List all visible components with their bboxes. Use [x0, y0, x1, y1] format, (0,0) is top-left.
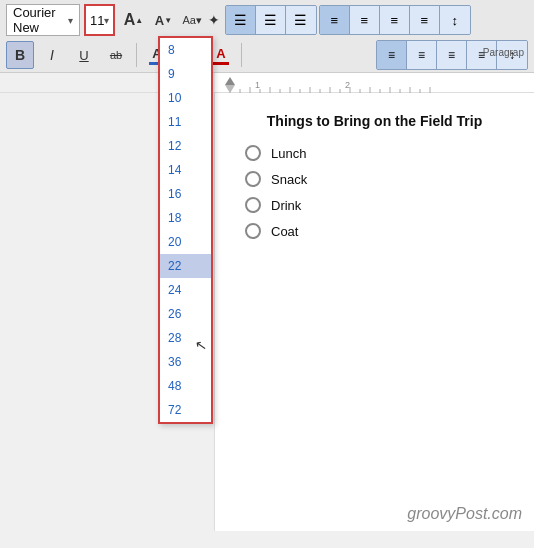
font-size-option-11[interactable]: 11	[160, 110, 211, 134]
clear-format-button[interactable]: ✦	[207, 6, 221, 34]
font-size-option-12[interactable]: 12	[160, 134, 211, 158]
font-size-option-18[interactable]: 18	[160, 206, 211, 230]
toolbar-area: Courier New ▾ 11 ▾ A▲ A▼ Aa▾ ✦ ☰ ☰ ☰ ≡ ≡…	[0, 0, 534, 73]
font-size-controls: A▲ A▼	[119, 6, 177, 34]
align-center-button2[interactable]: ≡	[407, 41, 437, 69]
content-area: Things to Bring on the Field Trip Lunch …	[0, 93, 534, 531]
font-size-option-14[interactable]: 14	[160, 158, 211, 182]
list-item: Coat	[245, 223, 504, 239]
ruler: 1 2	[0, 73, 534, 93]
strikethrough-button[interactable]: ab	[102, 41, 130, 69]
ruler-ticks	[215, 73, 534, 93]
multilevel-list-button[interactable]: ☰	[286, 6, 316, 34]
ribbon-right: ☰ ☰ ☰ ≡ ≡ ≡ ≡ ↕	[225, 5, 471, 35]
font-size-option-26[interactable]: 26	[160, 302, 211, 326]
underline-button[interactable]: U	[70, 41, 98, 69]
ruler-inner: 1 2	[215, 73, 534, 92]
list-label-1: Lunch	[271, 146, 306, 161]
font-size-option-10[interactable]: 10	[160, 86, 211, 110]
list-label-4: Coat	[271, 224, 298, 239]
svg-marker-21	[225, 77, 235, 85]
font-size-option-8[interactable]: 8	[160, 38, 211, 62]
font-size-option-36[interactable]: 36	[160, 350, 211, 374]
font-name-arrow: ▾	[68, 15, 73, 26]
font-size-option-72[interactable]: 72	[160, 398, 211, 422]
font-size-option-48[interactable]: 48	[160, 374, 211, 398]
font-size-option-24[interactable]: 24	[160, 278, 211, 302]
line-spacing-button[interactable]: ↕	[440, 6, 470, 34]
document-area: Things to Bring on the Field Trip Lunch …	[215, 93, 534, 531]
font-size-option-28[interactable]: 28	[160, 326, 211, 350]
font-size-dropdown[interactable]: 11 ▾	[84, 4, 115, 36]
shrink-font-button[interactable]: A▼	[149, 6, 177, 34]
justify-button[interactable]: ≡	[410, 6, 440, 34]
font-size-option-16[interactable]: 16	[160, 182, 211, 206]
radio-circle-2	[245, 171, 261, 187]
radio-circle-4	[245, 223, 261, 239]
list-label-2: Snack	[271, 172, 307, 187]
list-item: Snack	[245, 171, 504, 187]
font-size-arrow: ▾	[104, 15, 109, 26]
radio-circle-1	[245, 145, 261, 161]
align-right-button2[interactable]: ≡	[437, 41, 467, 69]
font-size-option-22[interactable]: 22	[160, 254, 211, 278]
paragraph-label: Paragrap	[479, 45, 528, 60]
grow-font-button[interactable]: A▲	[119, 6, 147, 34]
change-case-button[interactable]: Aa▾	[181, 6, 202, 34]
radio-circle-3	[245, 197, 261, 213]
align-button-group: ≡ ≡ ≡ ≡ ↕	[319, 5, 471, 35]
font-size-option-9[interactable]: 9	[160, 62, 211, 86]
list-label-3: Drink	[271, 198, 301, 213]
font-size-dropdown-list[interactable]: 891011121416182022242628364872	[158, 36, 213, 424]
font-name-text: Courier New	[13, 5, 68, 35]
align-left-button2[interactable]: ≡	[377, 41, 407, 69]
font-size-text: 11	[90, 13, 104, 28]
watermark: groovyPost.com	[407, 505, 522, 523]
font-name-dropdown[interactable]: Courier New ▾	[6, 4, 80, 36]
list-item: Lunch	[245, 145, 504, 161]
numbered-list-button[interactable]: ☰	[256, 6, 286, 34]
toolbar-separator2	[241, 43, 242, 67]
bullet-list-button[interactable]: ☰	[226, 6, 256, 34]
document-title: Things to Bring on the Field Trip	[245, 113, 504, 129]
list-item: Drink	[245, 197, 504, 213]
svg-marker-22	[225, 85, 235, 93]
align-center-button[interactable]: ≡	[350, 6, 380, 34]
toolbar-row1: Courier New ▾ 11 ▾ A▲ A▼ Aa▾ ✦ ☰ ☰ ☰ ≡ ≡…	[6, 4, 528, 36]
italic-button[interactable]: I	[38, 41, 66, 69]
toolbar-separator1	[136, 43, 137, 67]
align-left-button[interactable]: ≡	[320, 6, 350, 34]
align-right-button[interactable]: ≡	[380, 6, 410, 34]
list-button-group: ☰ ☰ ☰	[225, 5, 317, 35]
bold-button[interactable]: B	[6, 41, 34, 69]
font-size-option-20[interactable]: 20	[160, 230, 211, 254]
toolbar-row2: B I U ab A A A ≡ ≡ ≡ ≡ ↕	[6, 40, 528, 70]
